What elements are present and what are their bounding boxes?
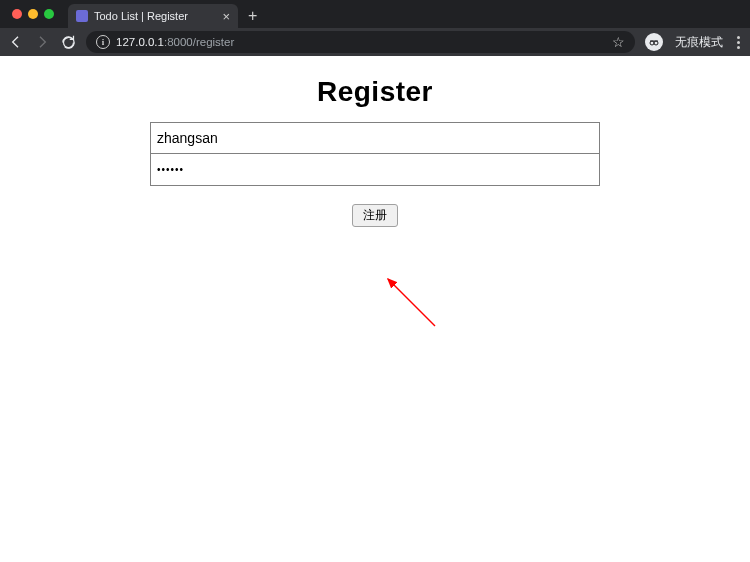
incognito-mode-label: 无痕模式	[675, 34, 723, 51]
browser-toolbar: i 127.0.0.1:8000/register ☆ 无痕模式	[0, 28, 750, 56]
annotation-arrow-icon	[380, 271, 460, 351]
toolbar-right: 无痕模式	[645, 33, 742, 51]
tab-title: Todo List | Register	[94, 10, 216, 22]
browser-menu-button[interactable]	[735, 36, 742, 49]
browser-tab[interactable]: Todo List | Register ×	[68, 4, 238, 28]
tab-strip: Todo List | Register × +	[0, 0, 750, 28]
svg-line-2	[388, 279, 435, 326]
address-url: 127.0.0.1:8000/register	[116, 36, 234, 48]
new-tab-button[interactable]: +	[238, 4, 267, 28]
register-button[interactable]: 注册	[352, 204, 398, 227]
incognito-avatar-icon[interactable]	[645, 33, 663, 51]
address-bar[interactable]: i 127.0.0.1:8000/register ☆	[86, 31, 635, 53]
site-info-icon[interactable]: i	[96, 35, 110, 49]
register-page: Register 注册	[0, 76, 750, 227]
tab-close-icon[interactable]: ×	[222, 10, 230, 23]
reload-button[interactable]	[60, 34, 76, 50]
svg-point-1	[654, 41, 658, 45]
page-title: Register	[0, 76, 750, 108]
maximize-window-icon[interactable]	[44, 9, 54, 19]
forward-button[interactable]	[34, 34, 50, 50]
close-window-icon[interactable]	[12, 9, 22, 19]
window-controls	[4, 0, 62, 28]
back-button[interactable]	[8, 34, 24, 50]
minimize-window-icon[interactable]	[28, 9, 38, 19]
register-form: 注册	[150, 122, 600, 227]
page-viewport: Register 注册	[0, 56, 750, 562]
browser-chrome: Todo List | Register × + i 127.0.0.1:800…	[0, 0, 750, 56]
address-path: :8000/register	[164, 36, 234, 48]
password-field[interactable]	[150, 154, 600, 186]
username-field[interactable]	[150, 122, 600, 154]
address-host: 127.0.0.1	[116, 36, 164, 48]
svg-point-0	[650, 41, 654, 45]
bookmark-star-icon[interactable]: ☆	[612, 34, 625, 50]
tab-favicon-icon	[76, 10, 88, 22]
